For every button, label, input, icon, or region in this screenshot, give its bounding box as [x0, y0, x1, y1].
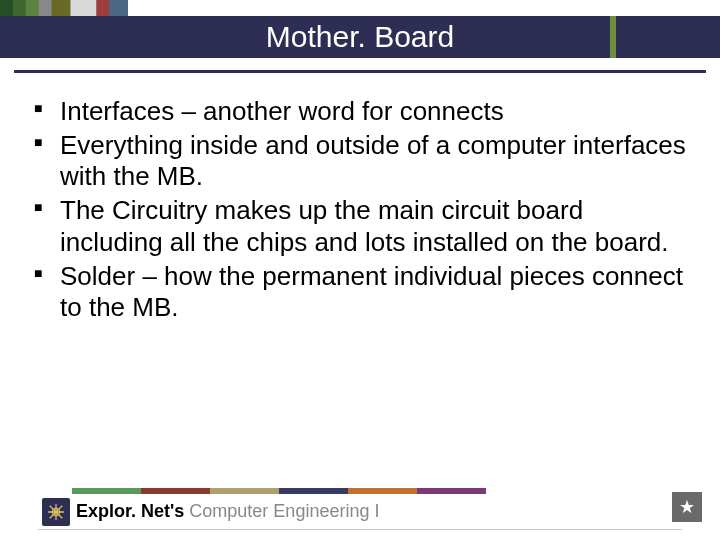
bullet-item: Everything inside and outside of a compu…: [30, 130, 690, 193]
footer-rule: [38, 529, 682, 530]
slide-body: Interfaces – another word for connects E…: [30, 96, 690, 326]
slide-footer: Explor. Net's Computer Engineering I: [0, 472, 720, 540]
title-bar: Mother. Board: [0, 16, 720, 58]
title-accent-stripe: [610, 16, 616, 58]
brand-name: Explor. Net's: [76, 501, 189, 521]
course-name: Computer Engineering I: [189, 501, 379, 521]
footer-color-bar: [72, 488, 486, 494]
bullet-item: Interfaces – another word for connects: [30, 96, 690, 128]
star-icon: [672, 492, 702, 522]
bullet-item: The Circuitry makes up the main circuit …: [30, 195, 690, 258]
explornet-logo-icon: [42, 498, 70, 526]
title-underline: [14, 70, 706, 73]
slide-title: Mother. Board: [266, 20, 454, 54]
footer-brand-text: Explor. Net's Computer Engineering I: [76, 501, 379, 522]
bullet-item: Solder – how the permanent individual pi…: [30, 261, 690, 324]
